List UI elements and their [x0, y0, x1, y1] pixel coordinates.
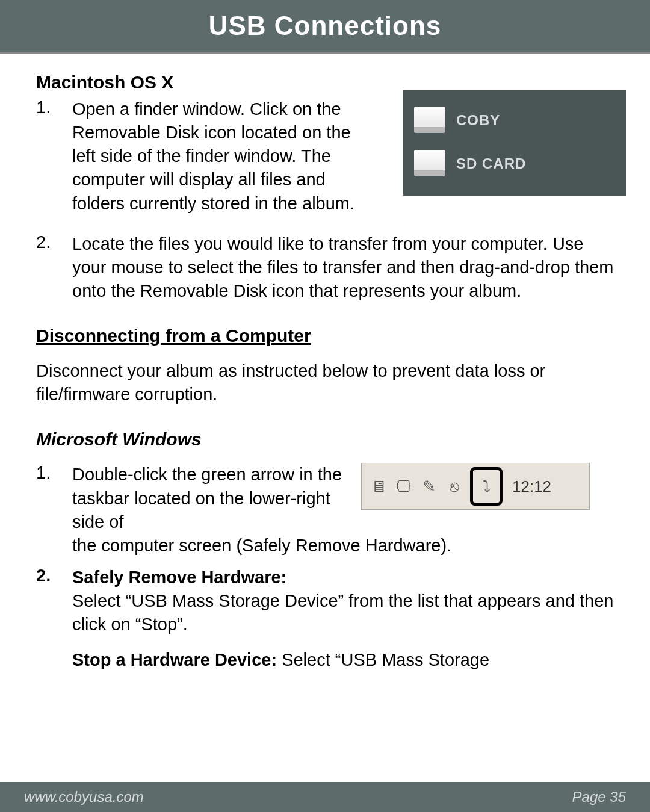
step1-part-b: the computer screen (Safely Remove Hardw… [72, 536, 451, 555]
list-text: Locate the files you would like to trans… [72, 232, 614, 303]
page-title: USB Connections [209, 11, 442, 41]
step3-label: Stop a Hardware Device: [72, 650, 277, 669]
list-number: 2. [36, 232, 72, 303]
safely-remove-hardware-icon: ⤵ [475, 476, 497, 497]
step2-label: Safely Remove Hardware: [72, 568, 286, 587]
list-number [36, 648, 72, 672]
disk-label-sdcard: SD CARD [456, 155, 526, 172]
tray-display-icon: 🖵 [393, 476, 415, 497]
page-footer: www.cobyusa.com Page 35 [0, 782, 650, 812]
macintosh-section: Macintosh OS X COBY SD CARD 1. Open a fi… [36, 72, 614, 303]
disconnect-heading: Disconnecting from a Computer [36, 326, 614, 346]
windows-taskbar-screenshot: 🖥 🖵 ✎ ⎋ ⤵ 12:12 [361, 463, 590, 510]
list-number: 1. [36, 98, 72, 215]
disk-row-coby: COBY [414, 99, 615, 142]
mac-step-2: 2. Locate the files you would like to tr… [36, 232, 614, 303]
safely-remove-highlight: ⤵ [470, 467, 503, 506]
removable-disk-icon [414, 150, 445, 178]
windows-heading: Microsoft Windows [36, 429, 614, 450]
windows-step-3: Stop a Hardware Device: Select “USB Mass… [36, 648, 614, 672]
mac-heading: Macintosh OS X [36, 72, 614, 93]
disk-row-sdcard: SD CARD [414, 142, 615, 185]
list-text: Stop a Hardware Device: Select “USB Mass… [72, 648, 614, 672]
windows-section: 🖥 🖵 ✎ ⎋ ⤵ 12:12 1. Double-click the gree… [36, 463, 614, 672]
list-text: Safely Remove Hardware: Select “USB Mass… [72, 566, 614, 636]
page-content: Macintosh OS X COBY SD CARD 1. Open a fi… [0, 54, 650, 672]
list-number: 1. [36, 463, 72, 557]
footer-url: www.cobyusa.com [24, 789, 144, 805]
finder-sidebar-screenshot: COBY SD CARD [403, 90, 626, 196]
system-tray: 🖥 🖵 ✎ ⎋ ⤵ [368, 467, 503, 506]
footer-page-number: Page 35 [572, 789, 626, 805]
removable-disk-icon [414, 107, 445, 134]
tray-usb-icon: ⎋ [444, 476, 465, 497]
step2-text: Select “USB Mass Storage Device” from th… [72, 591, 613, 634]
list-number: 2. [36, 566, 72, 636]
tray-device-icon: 🖥 [368, 476, 389, 497]
windows-step-2: 2. Safely Remove Hardware: Select “USB M… [36, 566, 614, 636]
disconnect-intro: Disconnect your album as instructed belo… [36, 359, 614, 406]
taskbar-clock: 12:12 [512, 477, 551, 496]
tray-pen-icon: ✎ [418, 476, 440, 497]
page-header: USB Connections [0, 0, 650, 54]
step3-text: Select “USB Mass Storage [282, 650, 489, 669]
disk-label-coby: COBY [456, 112, 500, 129]
